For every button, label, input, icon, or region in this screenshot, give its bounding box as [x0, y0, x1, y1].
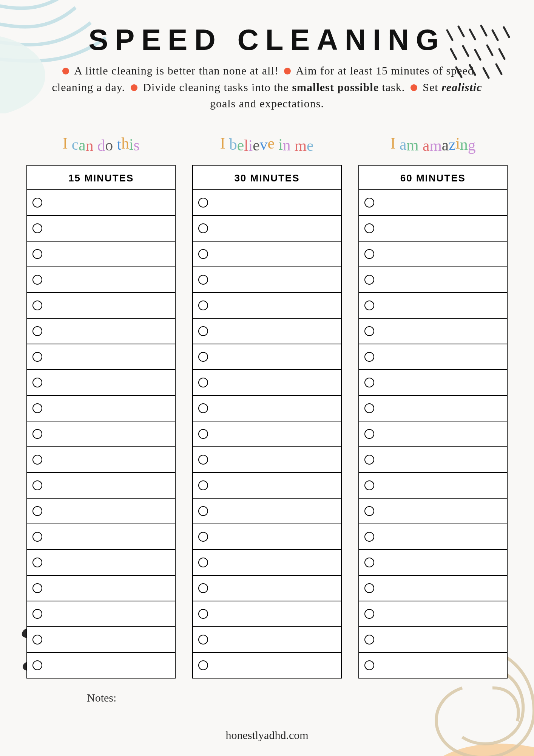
checkbox-circle[interactable]: [198, 352, 208, 362]
task-input[interactable]: [47, 653, 170, 678]
task-input[interactable]: [213, 242, 335, 266]
task-input[interactable]: [213, 473, 335, 498]
checkbox-circle[interactable]: [32, 378, 42, 387]
task-input[interactable]: [47, 550, 170, 575]
checkbox-circle[interactable]: [364, 558, 374, 567]
task-input[interactable]: [379, 421, 502, 446]
task-input[interactable]: [379, 653, 502, 678]
task-input[interactable]: [213, 601, 335, 626]
task-input[interactable]: [47, 421, 170, 446]
checkbox-circle[interactable]: [198, 378, 208, 387]
checkbox-circle[interactable]: [32, 506, 42, 516]
task-input[interactable]: [379, 576, 502, 601]
checkbox-circle[interactable]: [32, 455, 42, 465]
task-input[interactable]: [47, 576, 170, 601]
task-input[interactable]: [213, 627, 335, 652]
checkbox-circle[interactable]: [364, 352, 374, 362]
task-input[interactable]: [213, 653, 335, 678]
task-input[interactable]: [379, 242, 502, 266]
task-input[interactable]: [47, 473, 170, 498]
task-input[interactable]: [213, 524, 335, 549]
checkbox-circle[interactable]: [198, 635, 208, 644]
task-input[interactable]: [379, 396, 502, 421]
task-input[interactable]: [379, 190, 502, 215]
checkbox-circle[interactable]: [32, 609, 42, 619]
task-input[interactable]: [379, 267, 502, 292]
task-input[interactable]: [213, 499, 335, 524]
task-input[interactable]: [47, 267, 170, 292]
task-input[interactable]: [213, 216, 335, 241]
checkbox-circle[interactable]: [364, 480, 374, 490]
checkbox-circle[interactable]: [32, 223, 42, 233]
checkbox-circle[interactable]: [198, 223, 208, 233]
checkbox-circle[interactable]: [364, 609, 374, 619]
checkbox-circle[interactable]: [198, 609, 208, 619]
task-input[interactable]: [47, 524, 170, 549]
checkbox-circle[interactable]: [32, 480, 42, 490]
task-input[interactable]: [47, 447, 170, 472]
checkbox-circle[interactable]: [364, 403, 374, 413]
checkbox-circle[interactable]: [198, 249, 208, 259]
checkbox-circle[interactable]: [32, 249, 42, 259]
checkbox-circle[interactable]: [32, 198, 42, 208]
checkbox-circle[interactable]: [32, 583, 42, 593]
checkbox-circle[interactable]: [198, 198, 208, 208]
checkbox-circle[interactable]: [198, 583, 208, 593]
checkbox-circle[interactable]: [198, 326, 208, 336]
task-input[interactable]: [379, 447, 502, 472]
task-input[interactable]: [47, 627, 170, 652]
task-input[interactable]: [213, 319, 335, 344]
task-input[interactable]: [379, 601, 502, 626]
task-input[interactable]: [213, 421, 335, 446]
checkbox-circle[interactable]: [364, 223, 374, 233]
checkbox-circle[interactable]: [32, 429, 42, 439]
task-input[interactable]: [379, 627, 502, 652]
checkbox-circle[interactable]: [364, 455, 374, 465]
checkbox-circle[interactable]: [198, 480, 208, 490]
checkbox-circle[interactable]: [32, 275, 42, 285]
task-input[interactable]: [213, 190, 335, 215]
checkbox-circle[interactable]: [198, 558, 208, 567]
task-input[interactable]: [379, 499, 502, 524]
task-input[interactable]: [379, 473, 502, 498]
checkbox-circle[interactable]: [364, 506, 374, 516]
task-input[interactable]: [213, 396, 335, 421]
checkbox-circle[interactable]: [364, 275, 374, 285]
checkbox-circle[interactable]: [198, 455, 208, 465]
checkbox-circle[interactable]: [32, 660, 42, 670]
checkbox-circle[interactable]: [32, 532, 42, 542]
task-input[interactable]: [379, 344, 502, 369]
checkbox-circle[interactable]: [364, 378, 374, 387]
task-input[interactable]: [213, 576, 335, 601]
checkbox-circle[interactable]: [32, 403, 42, 413]
task-input[interactable]: [47, 190, 170, 215]
task-input[interactable]: [47, 370, 170, 395]
task-input[interactable]: [379, 550, 502, 575]
task-input[interactable]: [379, 370, 502, 395]
checkbox-circle[interactable]: [364, 326, 374, 336]
task-input[interactable]: [47, 396, 170, 421]
checkbox-circle[interactable]: [198, 403, 208, 413]
task-input[interactable]: [47, 319, 170, 344]
checkbox-circle[interactable]: [32, 301, 42, 310]
task-input[interactable]: [213, 370, 335, 395]
checkbox-circle[interactable]: [364, 301, 374, 310]
checkbox-circle[interactable]: [198, 275, 208, 285]
checkbox-circle[interactable]: [198, 429, 208, 439]
checkbox-circle[interactable]: [364, 583, 374, 593]
task-input[interactable]: [213, 293, 335, 318]
task-input[interactable]: [379, 293, 502, 318]
checkbox-circle[interactable]: [198, 301, 208, 310]
checkbox-circle[interactable]: [198, 532, 208, 542]
task-input[interactable]: [47, 499, 170, 524]
task-input[interactable]: [379, 319, 502, 344]
task-input[interactable]: [47, 242, 170, 266]
task-input[interactable]: [47, 216, 170, 241]
task-input[interactable]: [213, 344, 335, 369]
task-input[interactable]: [379, 524, 502, 549]
checkbox-circle[interactable]: [364, 660, 374, 670]
checkbox-circle[interactable]: [198, 660, 208, 670]
checkbox-circle[interactable]: [32, 352, 42, 362]
checkbox-circle[interactable]: [32, 635, 42, 644]
task-input[interactable]: [213, 447, 335, 472]
